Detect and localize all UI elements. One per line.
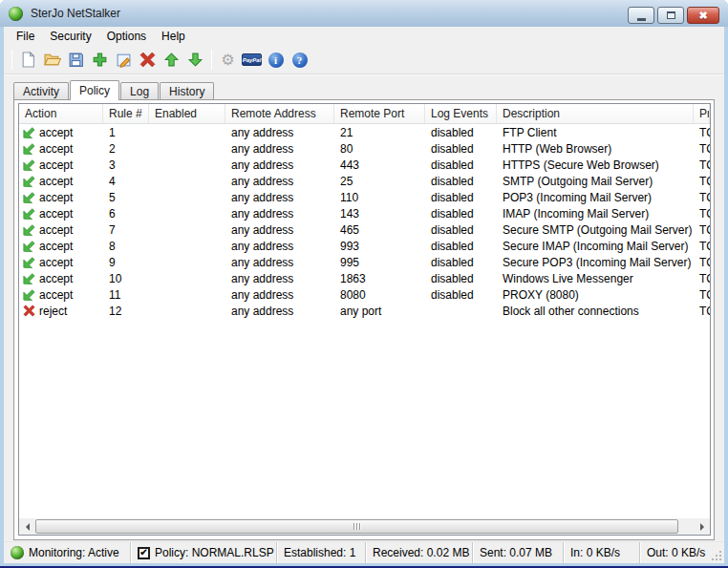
move-up-button[interactable]: [160, 48, 183, 72]
cell-action: reject: [19, 305, 103, 318]
table-row[interactable]: accept8any address993disabledSecure IMAP…: [19, 238, 710, 254]
gear-icon: ⚙: [221, 53, 234, 68]
title-bar[interactable]: SterJo NetStalker ✖: [0, 0, 728, 27]
table-row[interactable]: accept2any address80disabledHTTP (Web Br…: [19, 140, 710, 157]
cell-rule: 4: [103, 175, 149, 188]
move-down-button[interactable]: [183, 48, 207, 72]
action-label: accept: [39, 175, 73, 188]
status-label: In: 0 KB/s: [570, 546, 620, 559]
accept-icon: [23, 223, 35, 236]
cell-rule: 12: [103, 305, 149, 318]
menu-help[interactable]: Help: [154, 28, 193, 45]
cell-action: accept: [19, 272, 103, 285]
arrow-up-icon: [163, 52, 180, 68]
cell-log-events: disabled: [425, 207, 497, 221]
cell-protocol: TCP: [694, 191, 710, 204]
minimize-button[interactable]: [628, 7, 654, 24]
table-row[interactable]: accept1any address21disabledFTP ClientTC…: [19, 124, 710, 140]
cell-log-events: disabled: [425, 175, 497, 188]
tab-history[interactable]: History: [160, 82, 214, 99]
column-header-remote-port[interactable]: Remote Port: [334, 104, 425, 123]
policy-checkbox[interactable]: ✔: [138, 547, 150, 559]
table-row[interactable]: accept10any address1863disabledWindows L…: [19, 270, 710, 286]
accept-icon: [23, 126, 35, 138]
resize-grip[interactable]: [712, 551, 721, 560]
info-button[interactable]: i: [264, 48, 288, 72]
save-policy-button[interactable]: [64, 48, 88, 72]
cell-description: Secure POP3 (Incoming Mail Server): [497, 256, 694, 269]
maximize-button[interactable]: [657, 7, 684, 24]
help-button[interactable]: ?: [288, 48, 311, 72]
status-panel-policy: ✔Policy: NORMAL.RLSP: [131, 542, 277, 563]
column-header-remote-address[interactable]: Remote Address: [225, 104, 334, 123]
menu-file[interactable]: File: [9, 28, 42, 45]
maximize-icon: [667, 11, 675, 19]
column-header-description[interactable]: Description: [497, 104, 694, 123]
cell-remote-address: any address: [225, 305, 334, 318]
cell-protocol: TCP: [694, 256, 710, 269]
table-row[interactable]: accept6any address143disabledIMAP (Incom…: [19, 205, 710, 221]
table-row[interactable]: accept5any address110disabledPOP3 (Incom…: [19, 189, 710, 205]
table-row[interactable]: accept11any address8080disabledPROXY (80…: [19, 286, 710, 303]
status-label: Monitoring: Active: [29, 546, 119, 559]
scrollbar-thumb[interactable]: [35, 519, 678, 534]
cell-remote-port: 1863: [334, 272, 425, 285]
add-rule-button[interactable]: [88, 48, 112, 72]
menu-security[interactable]: Security: [42, 28, 98, 45]
cell-description: SMTP (Outgoing Mail Server): [497, 175, 694, 188]
cell-remote-port: 995: [334, 256, 425, 269]
table-row[interactable]: accept9any address995disabledSecure POP3…: [19, 254, 710, 270]
cell-rule: 11: [103, 288, 149, 302]
column-header-rule[interactable]: Rule #: [103, 104, 149, 123]
open-folder-icon: [44, 52, 61, 68]
table-row[interactable]: accept4any address25disabledSMTP (Outgoi…: [19, 173, 710, 189]
cell-rule: 3: [103, 158, 149, 172]
tab-activity[interactable]: Activity: [13, 82, 69, 99]
delete-rule-button[interactable]: [136, 48, 160, 72]
new-file-icon: [20, 52, 36, 68]
table-row[interactable]: reject12any addressany portBlock all oth…: [19, 303, 710, 319]
close-button[interactable]: ✖: [687, 7, 719, 24]
table-row[interactable]: accept3any address443disabledHTTPS (Secu…: [19, 157, 710, 173]
cell-remote-address: any address: [225, 207, 334, 221]
cell-action: accept: [19, 126, 103, 139]
cell-description: Secure IMAP (Incoming Mail Server): [497, 240, 694, 253]
scroll-left-button[interactable]: [19, 518, 35, 535]
cell-rule: 9: [103, 256, 149, 269]
column-header-enabled[interactable]: Enabled: [149, 104, 225, 123]
column-header-action[interactable]: Action: [19, 104, 103, 123]
cell-description: POP3 (Incoming Mail Server): [497, 191, 694, 204]
menu-bar: FileSecurityOptionsHelp: [4, 27, 724, 46]
column-header-protocol[interactable]: Protocol: [694, 104, 710, 123]
cell-remote-address: any address: [225, 223, 334, 237]
scroll-right-button[interactable]: [694, 518, 710, 535]
cell-protocol: TCP: [694, 288, 710, 302]
table-header: ActionRule #EnabledRemote AddressRemote …: [19, 104, 710, 124]
horizontal-scrollbar[interactable]: [19, 518, 710, 535]
cell-rule: 6: [103, 207, 149, 221]
window-title: SterJo NetStalker: [31, 7, 120, 20]
tab-log[interactable]: Log: [120, 82, 159, 99]
tab-policy[interactable]: Policy: [70, 80, 119, 100]
cell-protocol: TCP: [694, 175, 710, 188]
scrollbar-track[interactable]: [35, 518, 694, 535]
settings-button[interactable]: ⚙: [216, 48, 240, 72]
cell-protocol: TCP: [694, 126, 710, 139]
open-file-button[interactable]: [40, 48, 64, 72]
cell-protocol: TCP: [694, 240, 710, 253]
table-row[interactable]: accept7any address465disabledSecure SMTP…: [19, 221, 710, 238]
cell-action: accept: [19, 191, 103, 204]
menu-options[interactable]: Options: [99, 28, 154, 45]
cell-remote-address: any address: [225, 142, 334, 156]
status-panel-monitoring: Monitoring: Active: [4, 542, 131, 563]
column-header-log-events[interactable]: Log Events: [425, 104, 497, 123]
cell-description: HTTPS (Secure Web Browser): [497, 158, 694, 172]
accept-arrow-icon: [23, 223, 35, 236]
cell-protocol: TCP: [694, 272, 710, 285]
paypal-donate-button[interactable]: PayPal: [240, 48, 264, 72]
paypal-icon: PayPal: [242, 53, 262, 66]
new-file-button[interactable]: [16, 48, 40, 72]
accept-icon: [23, 191, 35, 203]
edit-rule-button[interactable]: [112, 48, 136, 72]
accept-arrow-icon: [23, 191, 35, 203]
